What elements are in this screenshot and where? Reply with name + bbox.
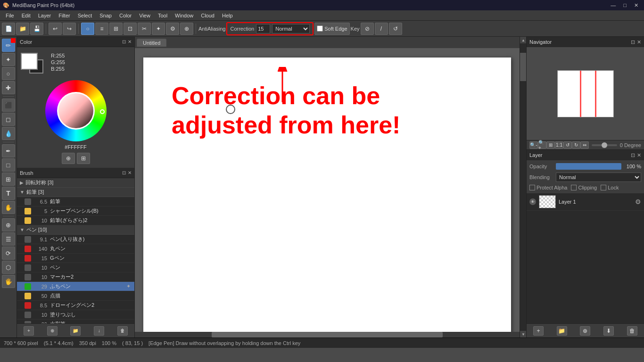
scroll-track[interactable] xyxy=(520,43,526,331)
color-fg[interactable] xyxy=(21,53,38,70)
view-btn4[interactable]: ⊡ xyxy=(124,23,137,35)
brush-add-btn[interactable]: + xyxy=(24,326,34,336)
canvas-hscrollbar[interactable] xyxy=(135,332,520,337)
layer-merge-btn[interactable]: ⬇ xyxy=(603,326,614,336)
view-btn3[interactable]: ⊞ xyxy=(109,23,123,35)
key-btn2[interactable]: / xyxy=(375,23,388,35)
layer-folder-btn[interactable]: 📁 xyxy=(557,326,567,336)
opacity-bar[interactable] xyxy=(556,163,621,170)
layer-copy-btn[interactable]: ⊕ xyxy=(580,326,590,336)
tool-pen[interactable]: ✒ xyxy=(2,144,15,157)
layer-expand[interactable]: ⊡ xyxy=(631,152,635,158)
brush-group-pencil[interactable]: ▼ 鉛筆 [3] xyxy=(17,188,134,197)
menu-window[interactable]: Window xyxy=(171,12,197,19)
tool-move[interactable]: ✚ xyxy=(2,81,15,94)
menu-cloud[interactable]: Cloud xyxy=(197,12,218,19)
color-add-btn[interactable]: ⊕ xyxy=(62,153,75,164)
nav-fit[interactable]: ⊞ xyxy=(546,141,555,149)
tool-dropper[interactable]: 💧 xyxy=(2,127,15,140)
scroll-up-btn[interactable]: ▲ xyxy=(520,37,527,43)
blending-select[interactable]: Normal xyxy=(556,173,641,182)
scroll-down-btn[interactable]: ▼ xyxy=(520,331,527,337)
brush-folder-btn[interactable]: 📁 xyxy=(70,326,81,336)
soft-edge-checkbox[interactable] xyxy=(317,25,323,32)
tool-shape[interactable]: □ xyxy=(2,158,15,172)
brush-panel-expand[interactable]: ⊡ xyxy=(122,170,126,175)
nav-zoom-in[interactable]: 🔍+ xyxy=(538,141,546,149)
brush-item-pencil3[interactable]: 10 鉛筆(ざらざら)2 xyxy=(17,216,134,225)
tool-extra3[interactable]: ⟳ xyxy=(2,247,15,260)
key-btn1[interactable]: ⊘ xyxy=(361,23,374,35)
menu-tool[interactable]: Tool xyxy=(154,12,171,19)
brush-item-pen2[interactable]: 140 丸ペン xyxy=(17,244,134,254)
tool-text[interactable]: T xyxy=(2,187,15,200)
nav-rotate-ccw[interactable]: ↺ xyxy=(563,141,572,149)
layer-close[interactable]: ✕ xyxy=(637,152,641,158)
brush-item-pen4[interactable]: 10 ペン xyxy=(17,263,134,272)
canvas-scroll-area[interactable]: Correction can be adjusted from here! xyxy=(135,48,520,332)
tool-extra4[interactable]: ⬡ xyxy=(2,261,15,274)
brush-item-pen5[interactable]: 10 マーカー2 xyxy=(17,272,134,282)
menu-help[interactable]: Help xyxy=(218,12,237,19)
tool-fill[interactable]: ⬛ xyxy=(2,99,15,112)
menu-snap[interactable]: Snap xyxy=(96,12,116,19)
save-btn[interactable]: 💾 xyxy=(30,23,43,35)
minimize-btn[interactable]: — xyxy=(608,2,619,8)
brush-group-rotation[interactable]: ▶ 回転対称 [3] xyxy=(17,178,134,188)
nav-zoom-out[interactable]: 🔍- xyxy=(529,141,538,149)
menu-select[interactable]: Select xyxy=(74,12,96,19)
menu-view[interactable]: View xyxy=(135,12,154,19)
color-wheel-area[interactable] xyxy=(21,80,131,141)
brush-item-pen1[interactable]: 9.1 ペン(入り抜き) xyxy=(17,235,134,244)
color-wheel-container[interactable] xyxy=(45,80,107,141)
color-inner[interactable] xyxy=(57,92,95,130)
navigator-close[interactable]: ✕ xyxy=(637,39,641,45)
layer-gear-1[interactable]: ⚙ xyxy=(635,198,641,206)
soft-edge-check[interactable]: Soft Edge xyxy=(314,23,349,35)
color-ring[interactable] xyxy=(45,80,107,141)
canvas-tab[interactable]: Untitled xyxy=(137,39,166,47)
brush-item-pen3[interactable]: 15 Gペン xyxy=(17,254,134,263)
menu-edit[interactable]: Edit xyxy=(18,12,34,19)
nav-flip[interactable]: ⇔ xyxy=(580,141,589,149)
tool-extra5[interactable]: 🖐 xyxy=(2,275,15,288)
tool-brush[interactable]: ✏ xyxy=(2,39,15,52)
tool-lasso[interactable]: ○ xyxy=(2,67,15,80)
tool-hand[interactable]: ✋ xyxy=(2,201,15,214)
nav-actual[interactable]: 1:1 xyxy=(555,141,563,149)
open-btn[interactable]: 📁 xyxy=(16,23,29,35)
nav-zoom-track[interactable] xyxy=(592,144,617,146)
brush-item-pencil1[interactable]: 6.5 鉛筆 xyxy=(17,197,134,206)
color-panel-close[interactable]: ✕ xyxy=(128,39,132,44)
canvas-vscrollbar[interactable]: ▲ ▼ xyxy=(520,37,526,337)
maximize-btn[interactable]: □ xyxy=(620,2,629,8)
view-btn7[interactable]: ⚙ xyxy=(166,23,179,35)
view-btn2[interactable]: ≡ xyxy=(95,23,108,35)
redo-btn[interactable]: ↪ xyxy=(63,23,76,35)
tool-extra2[interactable]: ☰ xyxy=(2,232,15,246)
brush-panel-close[interactable]: ✕ xyxy=(128,170,132,175)
clipping-checkbox[interactable] xyxy=(571,185,577,190)
correction-input[interactable] xyxy=(256,24,270,33)
color-manage-btn[interactable]: ⊞ xyxy=(77,153,90,164)
nav-preview-canvas[interactable] xyxy=(557,70,614,117)
brush-item-pencil2[interactable]: 5 シャープペンシル(B) xyxy=(17,206,134,216)
tool-extra1[interactable]: ⊕ xyxy=(2,218,15,231)
correction-select[interactable]: Normal xyxy=(272,24,310,33)
tool-select[interactable]: ✦ xyxy=(2,53,15,66)
new-btn[interactable]: 📄 xyxy=(2,23,15,35)
menu-layer[interactable]: Layer xyxy=(34,12,55,19)
brush-import-btn[interactable]: ↓ xyxy=(94,326,104,336)
tool-eraser[interactable]: ◻ xyxy=(2,113,15,126)
view-btn5[interactable]: ✂ xyxy=(138,23,151,35)
close-btn[interactable]: ✕ xyxy=(631,2,641,8)
undo-btn[interactable]: ↩ xyxy=(49,23,62,35)
view-btn1[interactable]: ○ xyxy=(81,23,94,35)
brush-copy-btn[interactable]: ⊕ xyxy=(47,326,58,336)
color-gradient[interactable] xyxy=(58,93,93,128)
key-btn3[interactable]: ↺ xyxy=(389,23,402,35)
menu-color[interactable]: Color xyxy=(116,12,135,19)
layer-delete-btn[interactable]: 🗑 xyxy=(627,326,637,336)
view-btn8[interactable]: ⊕ xyxy=(180,23,193,35)
color-panel-expand[interactable]: ⊡ xyxy=(122,39,126,44)
